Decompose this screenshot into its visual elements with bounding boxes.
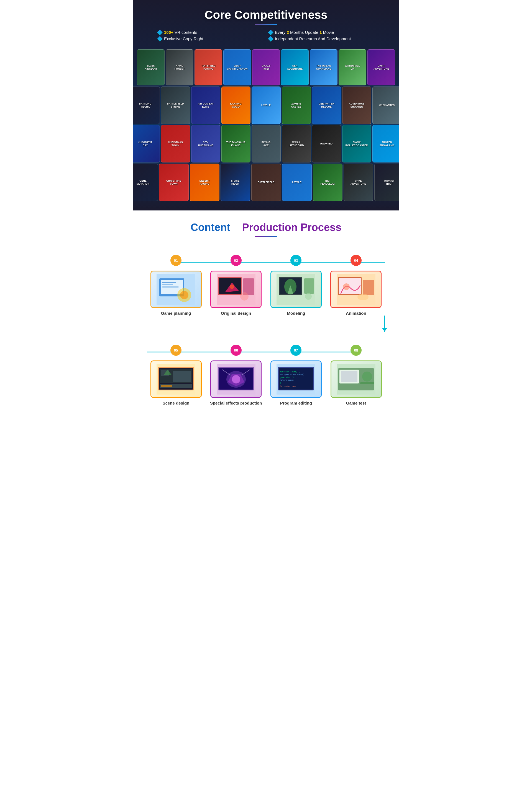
process-item-02: 02 Original <box>207 256 265 315</box>
svg-point-14 <box>240 292 249 300</box>
game-card-christmas: CHRISTMASTOWN <box>159 164 189 201</box>
step-circle-01: 01 <box>170 255 182 266</box>
svg-text:function init() {: function init() { <box>280 371 300 373</box>
game-card-dinosaur: THE DINOSAURISLAND <box>222 125 250 163</box>
step-circle-04: 04 <box>350 255 362 266</box>
svg-rect-31 <box>341 371 358 382</box>
production-title-purple: Production Process <box>242 221 341 233</box>
svg-text:}: } <box>280 382 281 384</box>
svg-rect-59 <box>161 385 172 387</box>
game-card-cityhurricane: CITYHURRICANE <box>191 125 220 163</box>
step-circle-08: 08 <box>350 345 362 356</box>
svg-text:return game;: return game; <box>280 379 294 381</box>
process-bottom-row: 08 Game test <box>147 341 385 405</box>
game-card-frozen: FROZENSNOWLAND <box>373 125 399 163</box>
diamond-icon-3 <box>157 36 163 41</box>
svg-text:// render loop: // render loop <box>280 385 296 387</box>
svg-rect-4 <box>162 284 173 285</box>
game-card-desert: DESERTRACING <box>190 164 220 201</box>
down-arrow <box>382 328 387 332</box>
process-label-05: Scene design <box>163 401 190 405</box>
core-features: 100+ VR contents Every 2 Months Update 1… <box>158 30 374 41</box>
svg-point-21 <box>305 293 312 300</box>
game-card-shooter: ADVENTURESHOOTER <box>342 87 371 124</box>
game-card-topspeed: TOP SPEEDRACING <box>194 49 222 86</box>
process-label-03: Modeling <box>287 311 305 315</box>
process-label-04: Animation <box>346 311 366 315</box>
svg-rect-24 <box>339 278 361 294</box>
process-image-scene <box>150 361 202 398</box>
process-item-05: 05 <box>147 346 205 405</box>
game-card-christmas2: CHRISTMASTOWN <box>161 125 190 163</box>
step-circle-06: 06 <box>230 345 242 356</box>
diamond-icon-4 <box>268 36 273 41</box>
game-card-karting: KARTINGGOGO <box>222 87 250 124</box>
process-item-07: 07 function init() { var game = new Game… <box>267 346 325 405</box>
game-card-latale2: LATALE <box>282 164 312 201</box>
game-card-latale: LATALE <box>252 87 281 124</box>
game-row-3: JUDGMENTDAY CHRISTMASTOWN CITYHURRICANE … <box>138 125 394 163</box>
game-card-uncharted: UNCHARTED <box>373 87 399 124</box>
feature-text-4: Independent Research And Development <box>275 36 351 41</box>
game-card-space: SPACERIDER <box>221 164 250 201</box>
svg-point-27 <box>358 294 368 300</box>
process-image-modeling <box>270 271 322 308</box>
process-label-02: Original design <box>221 311 251 315</box>
game-card-flying: FLYINGACE <box>252 125 281 163</box>
process-label-08: Game test <box>346 401 366 405</box>
process-image-design <box>210 271 262 308</box>
production-title-blue: Content <box>191 221 230 233</box>
game-card-battlefield: BATTLEFIELDSTRIKE <box>161 87 190 124</box>
vertical-connector <box>147 315 385 332</box>
step-circle-07: 07 <box>290 345 302 356</box>
process-label-06: Special effects production <box>210 401 262 405</box>
game-grid: ELVESKINGDOM RAPIDFOREST TOP SPEEDRACING… <box>138 47 394 205</box>
production-underline <box>255 236 277 237</box>
game-card-bigpendulum: BIGPENDULUM <box>313 164 342 201</box>
feature-text-3: Exclusive Copy Right <box>164 36 203 41</box>
svg-rect-57 <box>173 371 191 382</box>
game-row-2: BATTLINGMECHA BATTLEFIELDSTRIKE AIR COMB… <box>138 87 394 124</box>
special-image <box>211 361 261 397</box>
game-card-waterfall: WATERFALLVR <box>339 49 366 86</box>
svg-rect-20 <box>304 278 314 294</box>
animation-image <box>331 271 381 307</box>
svg-point-48 <box>232 375 240 383</box>
process-rows-wrapper: 01 <box>147 251 385 405</box>
game-row-4: GENEMUTATION CHRISTMASTOWN DESERTRACING … <box>138 164 394 201</box>
step-circle-03: 03 <box>290 255 302 266</box>
process-item-03: 03 Modeling <box>267 256 325 315</box>
svg-text:var game = new Game();: var game = new Game(); <box>280 373 306 376</box>
game-card-tourist: TOURISTTRAP <box>374 164 399 201</box>
process-image-program: function init() { var game = new Game();… <box>270 361 322 398</box>
feature-update: Every 2 Months Update 1 Movie <box>269 30 374 35</box>
feature-text-2: Every 2 Months Update 1 Movie <box>275 30 334 35</box>
process-image-gametest <box>330 361 382 398</box>
process-item-06: 06 <box>207 346 265 405</box>
process-item-08: 08 Game test <box>327 346 385 405</box>
svg-rect-3 <box>162 282 176 283</box>
game-card-battling: BATTLINGMECHA <box>133 87 160 124</box>
game-card-aircombat: AIR COMBATELITE <box>191 87 220 124</box>
process-image-animation <box>330 271 382 308</box>
game-card-haunted: HAUNTED <box>312 125 341 163</box>
svg-point-7 <box>180 291 188 299</box>
game-card-sea: SEAADVENTURE <box>281 49 309 86</box>
game-card-zombie: ZOMBIECASTLE <box>282 87 311 124</box>
game-card-battlefield2: BATTLEFIELD <box>251 164 281 201</box>
feature-text-1: 100+ VR contents <box>164 30 197 35</box>
game-card-bird: WAS ALITTLE BIRD <box>282 125 311 163</box>
game-card-judgment: JUDGMENTDAY <box>133 125 160 163</box>
production-section: Content Production Process 01 <box>133 211 399 419</box>
svg-text:game.start();: game.start(); <box>280 376 295 379</box>
feature-vr-contents: 100+ VR contents <box>158 30 263 35</box>
core-section: Core Competitiveness 100+ VR contents Ev… <box>133 0 399 211</box>
game-card-roller: SNOWROLLERCOASTER <box>342 125 371 163</box>
process-label-07: Program editing <box>280 401 312 405</box>
game-card-drift: DRIFTADVENTURE <box>367 49 395 86</box>
core-underline <box>255 24 277 25</box>
gametest-image <box>331 361 381 397</box>
process-image-special <box>210 361 262 398</box>
design-image <box>211 271 261 307</box>
game-card-deepwater: DEEPWATERRESCUE <box>312 87 341 124</box>
